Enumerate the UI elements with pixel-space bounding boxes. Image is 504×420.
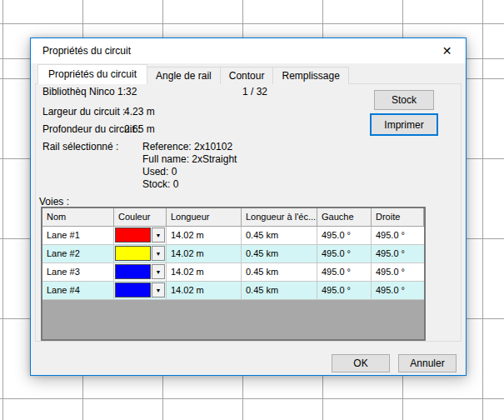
lane-left-angle: 495.0 ° (317, 227, 372, 245)
lane-left-angle: 495.0 ° (317, 263, 372, 282)
color-swatch (115, 246, 151, 261)
lanes-table: Nom Couleur Longueur Longueur à l'éc... … (41, 207, 426, 341)
table-row-lane-4: Lane #4 ▼ 14.02 m 0.45 km 495.0 ° 495.0 … (42, 282, 424, 300)
lane-length: 14.02 m (167, 227, 242, 245)
selected-rail-label: Rail sélectionné : (42, 141, 118, 152)
lane-right-angle: 495.0 ° (372, 245, 424, 263)
lane-length: 14.02 m (167, 263, 242, 282)
color-dropdown-button[interactable]: ▼ (152, 282, 165, 298)
table-row-lane-1: Lane #1 ▼ 14.02 m 0.45 km 495.0 ° 495.0 … (42, 227, 424, 245)
lane-left-angle: 495.0 ° (317, 245, 372, 263)
circuit-depth-value: 2.65 m (124, 123, 155, 135)
dialog-title: Propriétés du circuit (42, 38, 131, 63)
cancel-button[interactable]: Annuler (398, 354, 457, 372)
lanes-table-header: Nom Couleur Longueur Longueur à l'éc... … (42, 208, 424, 227)
lane-length-scale: 0.45 km (242, 282, 317, 300)
lane-length: 14.02 m (167, 282, 242, 300)
lane-name[interactable]: Lane #1 (42, 227, 114, 245)
title-bar[interactable]: Propriétés du circuit ✕ (31, 38, 466, 63)
column-header-gauche[interactable]: Gauche (317, 208, 372, 227)
color-swatch (115, 282, 151, 298)
lane-length-scale: 0.45 km (242, 227, 317, 245)
color-swatch (115, 228, 151, 242)
column-header-nom[interactable]: Nom (42, 208, 114, 227)
lane-length: 14.02 m (167, 245, 242, 263)
tab-angle-de-rail[interactable]: Angle de rail (147, 67, 221, 84)
chevron-down-icon: ▼ (156, 232, 162, 238)
chevron-down-icon: ▼ (156, 288, 162, 293)
lane-right-angle: 495.0 ° (372, 227, 424, 245)
stock-button[interactable]: Stock (374, 90, 434, 110)
rail-reference: Reference: 2x10102 (142, 141, 237, 153)
lane-name[interactable]: Lane #2 (42, 245, 114, 263)
lane-color-combobox[interactable]: ▼ (114, 245, 167, 263)
rail-used: Used: 0 (142, 166, 237, 178)
chevron-down-icon: ▼ (156, 251, 162, 257)
lane-color-combobox[interactable]: ▼ (114, 227, 167, 245)
lane-name[interactable]: Lane #3 (42, 263, 114, 282)
color-dropdown-button[interactable]: ▼ (152, 228, 165, 242)
tab-remplissage[interactable]: Remplissage (272, 67, 348, 84)
close-icon: ✕ (442, 45, 452, 57)
selected-rail-details: Reference: 2x10102 Full name: 2xStraight… (142, 141, 237, 191)
dialog-circuit-properties: Propriétés du circuit ✕ Propriétés du ci… (30, 38, 467, 376)
circuit-width-value: 4.23 m (124, 106, 155, 118)
tab-proprietes-du-circuit[interactable]: Propriétés du circuit (37, 64, 147, 84)
rail-position-value: 1 / 32 (242, 86, 267, 98)
app-background-grid: Propriétés du circuit ✕ Propriétés du ci… (0, 0, 504, 420)
ok-button[interactable]: OK (332, 354, 390, 372)
column-header-longueur-echelle[interactable]: Longueur à l'éc... (242, 208, 317, 227)
rail-stock: Stock: 0 (142, 178, 237, 191)
table-row-lane-3: Lane #3 ▼ 14.02 m 0.45 km 495.0 ° 495.0 … (42, 263, 424, 282)
lane-length-scale: 0.45 km (242, 245, 317, 263)
table-row-lane-2: Lane #2 ▼ 14.02 m 0.45 km 495.0 ° 495.0 … (42, 245, 424, 263)
tab-contour[interactable]: Contour (220, 67, 274, 84)
lane-color-combobox[interactable]: ▼ (114, 263, 167, 282)
print-button[interactable]: Imprimer (370, 113, 438, 136)
lane-color-combobox[interactable]: ▼ (114, 282, 167, 300)
library-label: Bibliothèq Ninco 1:32 (42, 86, 137, 98)
chevron-down-icon: ▼ (156, 269, 162, 275)
lane-right-angle: 495.0 ° (372, 263, 424, 282)
lane-name[interactable]: Lane #4 (42, 282, 114, 300)
tab-bar: Propriétés du circuit Angle de rail Cont… (37, 64, 348, 84)
lane-left-angle: 495.0 ° (317, 282, 372, 300)
column-header-droite[interactable]: Droite (372, 208, 424, 227)
lane-length-scale: 0.45 km (242, 263, 317, 282)
color-dropdown-button[interactable]: ▼ (152, 264, 165, 279)
close-button[interactable]: ✕ (428, 38, 466, 62)
color-swatch (115, 264, 151, 279)
column-header-longueur[interactable]: Longueur (167, 208, 242, 227)
lanes-label: Voies : (39, 196, 69, 208)
circuit-width-label: Largeur du circuit : (42, 106, 125, 118)
lane-right-angle: 495.0 ° (372, 282, 424, 300)
rail-full-name: Full name: 2xStraight (142, 153, 237, 166)
lanes-table-empty-area (42, 300, 424, 339)
column-header-couleur[interactable]: Couleur (114, 208, 167, 227)
color-dropdown-button[interactable]: ▼ (152, 246, 165, 261)
